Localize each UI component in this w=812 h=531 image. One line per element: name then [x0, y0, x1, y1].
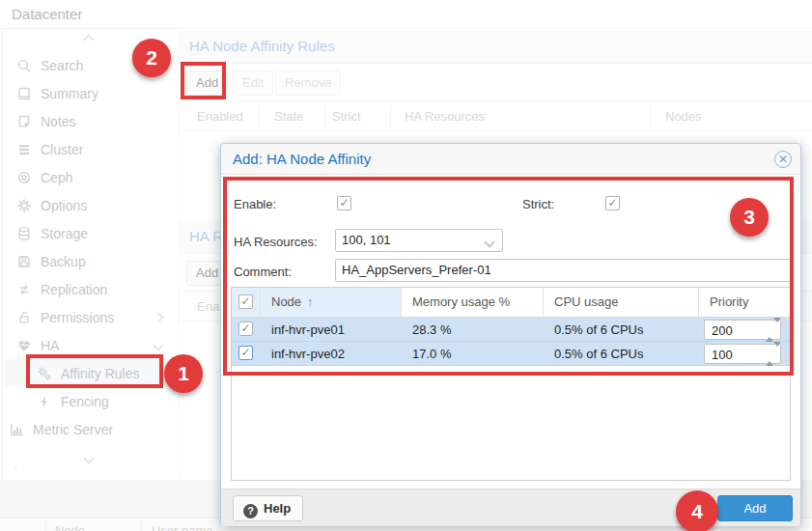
help-button[interactable]: Help: [233, 495, 303, 521]
help-label: Help: [264, 501, 291, 516]
annotation-step-1: 1: [164, 354, 203, 393]
annotation-box-add-button: [181, 62, 226, 99]
annotation-step-3: 3: [730, 198, 769, 237]
close-icon[interactable]: [774, 151, 792, 168]
dialog-title: Add: HA Node Affinity: [233, 151, 371, 167]
annotation-step-2: 2: [132, 39, 171, 77]
dialog-titlebar[interactable]: Add: HA Node Affinity: [221, 144, 800, 175]
annotation-box-affinity-rules: [26, 354, 163, 388]
dialog-add-button[interactable]: Add: [717, 495, 793, 521]
question-icon: [243, 504, 258, 518]
annotation-box-dialog-form: [223, 177, 794, 376]
annotation-step-4: 4: [676, 490, 718, 531]
